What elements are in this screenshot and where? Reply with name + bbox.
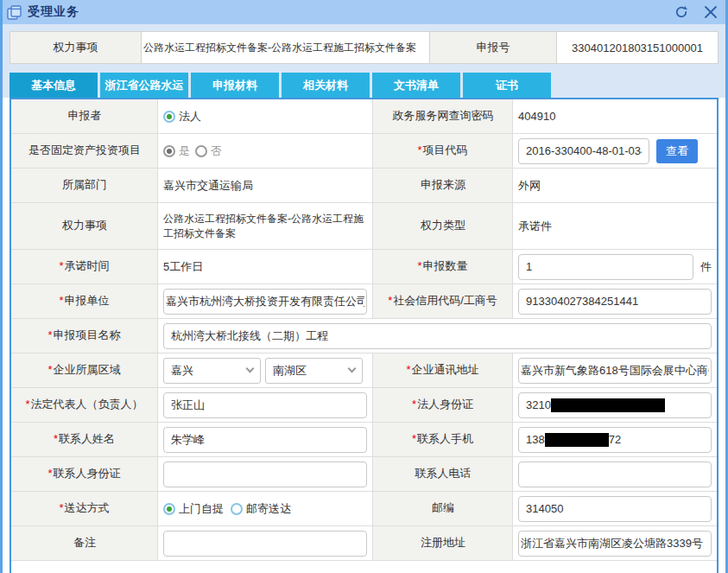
form-row: 所属部门 嘉兴市交通运输局 申报来源 外网	[11, 169, 717, 203]
redaction-block	[551, 398, 665, 412]
view-button[interactable]: 查看	[656, 139, 698, 163]
postcode-cell	[513, 492, 717, 526]
legal-id-input[interactable]: 3210	[518, 392, 712, 418]
region-city-select[interactable]: 嘉兴	[163, 358, 261, 384]
form-row: *法定代表人（负责人） *法人身份证 3210	[11, 388, 717, 423]
power-type-value: 承诺件	[513, 203, 717, 250]
top-strip: 权力事项 公路水运工程招标文件备案-公路水运工程施工招标文件备案 申报号 330…	[3, 24, 725, 98]
power-type-label: 权力类型	[373, 203, 513, 250]
tab-bar: 基本信息 浙江省公路水运 申报材料 相关材料 文书清单 证书	[9, 73, 719, 98]
reg-address-label: 注册地址	[373, 526, 513, 561]
project-code-input[interactable]	[518, 138, 649, 164]
delivery-cell: 上门自提 邮寄送达	[158, 492, 373, 526]
project-name-label: *申报项目名称	[11, 319, 158, 353]
form-row: 备注 注册地址	[11, 526, 717, 561]
project-code-cell: 查看	[513, 134, 717, 169]
accept-business-dialog: 受理业务 权力事项 公路水运工程招标文件备案-公路水运工程施工招标文件备案 申报…	[0, 0, 728, 573]
form-row: *联系人身份证 联系人电话	[11, 457, 717, 492]
header-power-item-value: 公路水运工程招标文件备案-公路水运工程施工招标文件备案	[142, 32, 430, 63]
form-row: *申报项目名称	[11, 319, 717, 353]
contact-phone-cell	[513, 457, 717, 492]
project-name-input[interactable]	[163, 323, 712, 349]
contact-name-input[interactable]	[163, 427, 367, 453]
tab-related-materials[interactable]: 相关材料	[282, 73, 370, 98]
declare-unit-cell	[158, 284, 373, 319]
company-address-cell	[513, 353, 717, 388]
refresh-icon[interactable]	[673, 3, 690, 21]
titlebar: 受理业务	[0, 0, 728, 24]
contact-id-input[interactable]	[163, 462, 367, 487]
declare-unit-input[interactable]	[163, 289, 367, 315]
contact-mobile-input[interactable]: 138 72	[518, 427, 712, 453]
fixed-asset-yes-radio	[163, 145, 175, 157]
contact-id-cell	[158, 457, 373, 492]
delivery-label: *送达方式	[11, 492, 158, 526]
fixed-asset-value: 是 否	[158, 134, 373, 169]
credit-code-label: *社会信用代码/工商号	[373, 284, 513, 319]
form-row: 权力事项 公路水运工程招标文件备案-公路水运工程施工招标文件备案 权力类型 承诺…	[11, 203, 717, 250]
tab-certificate[interactable]: 证书	[463, 73, 551, 98]
tab-basic-info[interactable]: 基本信息	[9, 73, 98, 98]
source-label: 申报来源	[373, 169, 513, 203]
fixed-asset-no-radio	[195, 145, 207, 157]
remark-input[interactable]	[163, 531, 367, 557]
legal-rep-cell	[158, 388, 373, 423]
redaction-block	[545, 433, 609, 447]
form-row: 是否固定资产投资项目 是 否 *项目代码 查看	[11, 134, 717, 169]
remark-cell	[158, 526, 373, 561]
legal-rep-label: *法定代表人（负责人）	[11, 388, 158, 423]
form-row: *联系人姓名 *联系人手机 138 72	[11, 423, 717, 457]
contact-id-label: *联系人身份证	[11, 457, 158, 492]
contact-mobile-label: *联系人手机	[373, 423, 513, 457]
chevron-down-icon	[246, 365, 255, 373]
credit-code-input[interactable]	[518, 289, 712, 315]
contact-mobile-cell: 138 72	[513, 423, 717, 457]
legal-id-cell: 3210	[513, 388, 717, 423]
company-address-label: *企业通讯地址	[373, 353, 513, 388]
project-code-label: *项目代码	[373, 134, 513, 169]
source-value: 外网	[513, 169, 717, 203]
query-password-value: 404910	[513, 99, 717, 134]
header-declare-no-label: 申报号	[430, 32, 557, 63]
tab-document-list[interactable]: 文书清单	[372, 73, 460, 98]
postcode-input[interactable]	[518, 496, 712, 522]
contact-name-cell	[158, 423, 373, 457]
declare-count-cell: 件	[513, 250, 717, 284]
region-label: *企业所属区域	[11, 353, 158, 388]
declarer-label: 申报者	[11, 99, 158, 134]
contact-name-label: *联系人姓名	[11, 423, 158, 457]
tab-declare-materials[interactable]: 申报材料	[191, 73, 279, 98]
region-district-select[interactable]: 南湖区	[265, 358, 363, 384]
company-address-input[interactable]	[518, 358, 712, 384]
window-icon	[7, 5, 22, 20]
contact-phone-input[interactable]	[518, 462, 712, 487]
declare-count-input[interactable]	[518, 254, 693, 280]
tab-zhejiang-highway-water[interactable]: 浙江省公路水运	[100, 73, 188, 98]
remark-label: 备注	[11, 526, 158, 561]
fixed-asset-label: 是否固定资产投资项目	[11, 134, 158, 169]
basic-info-panel: 申报者 法人 政务服务网查询密码 404910 是否固定资产投资项目 是 否 *…	[9, 98, 719, 573]
legal-person-radio[interactable]	[163, 111, 175, 123]
form-row: *申报单位 *社会信用代码/工商号	[11, 284, 717, 319]
power-item-value: 公路水运工程招标文件备案-公路水运工程施工招标文件备案	[158, 203, 373, 250]
header-declare-no-value: 330401201803151000001	[557, 32, 718, 63]
legal-id-label: *法人身份证	[373, 388, 513, 423]
mail-delivery-radio[interactable]	[231, 503, 243, 515]
department-label: 所属部门	[11, 169, 158, 203]
close-icon[interactable]	[702, 3, 719, 21]
form-row: *送达方式 上门自提 邮寄送达 邮编	[11, 492, 717, 526]
contact-phone-label: 联系人电话	[373, 457, 513, 492]
header-summary: 权力事项 公路水运工程招标文件备案-公路水运工程施工招标文件备案 申报号 330…	[9, 31, 719, 64]
form-row: *企业所属区域 嘉兴 南湖区 *企业通讯地址	[11, 353, 717, 388]
declare-count-unit: 件	[700, 259, 712, 275]
query-password-label: 政务服务网查询密码	[373, 99, 513, 134]
self-pickup-radio[interactable]	[163, 503, 175, 515]
declare-unit-label: *申报单位	[11, 284, 158, 319]
power-item-label: 权力事项	[11, 203, 158, 250]
project-name-cell	[158, 319, 717, 353]
reg-address-input[interactable]	[518, 531, 712, 557]
form-row: 申报者 法人 政务服务网查询密码 404910	[11, 99, 717, 134]
credit-code-cell	[513, 284, 717, 319]
legal-rep-input[interactable]	[163, 392, 367, 418]
declare-count-label: *申报数量	[373, 250, 513, 284]
